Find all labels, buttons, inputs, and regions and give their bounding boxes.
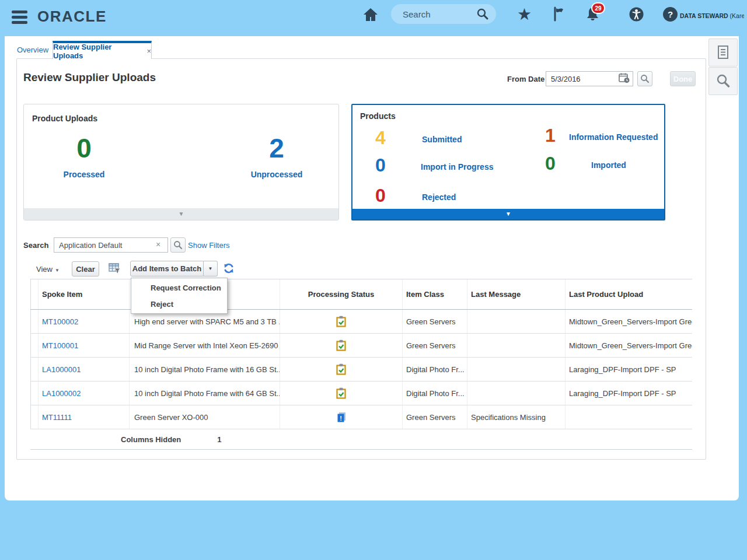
- imported-label[interactable]: Imported: [591, 160, 626, 170]
- add-items-dropdown-arrow[interactable]: ▼: [204, 261, 218, 276]
- chevron-down-icon: ▼: [505, 211, 511, 217]
- accessibility-icon[interactable]: [629, 7, 644, 22]
- table-row[interactable]: MT11111 Green Server XO-000 ! Green Serv…: [30, 405, 692, 429]
- watchlist-flag-icon[interactable]: [551, 6, 567, 22]
- last-product-upload-cell: Midtown_Green_Servers-Import Green: [566, 334, 692, 357]
- table-row[interactable]: MT100002 High end server with SPARC M5 a…: [30, 310, 692, 334]
- product-uploads-expander[interactable]: ▼: [24, 208, 338, 220]
- submitted-label[interactable]: Submitted: [422, 135, 462, 144]
- clear-button[interactable]: Clear: [72, 261, 99, 276]
- item-description: Mid Range Server with Intel Xeon E5-2690…: [130, 334, 280, 357]
- spoke-item-link[interactable]: MT11111: [42, 413, 72, 422]
- col-last-message[interactable]: Last Message: [467, 279, 566, 309]
- tab-overview[interactable]: Overview: [13, 41, 53, 58]
- from-date-label: From Date: [507, 75, 544, 83]
- notifications-count-badge: 29: [591, 2, 605, 14]
- date-search-button[interactable]: [637, 71, 652, 86]
- item-class-cell: Green Servers: [403, 334, 467, 357]
- add-items-to-batch-button[interactable]: Add Items to Batch: [130, 261, 204, 276]
- chevron-down-icon: ▼: [55, 268, 60, 273]
- rejected-count: 0: [368, 185, 393, 206]
- last-message-cell: [467, 382, 566, 405]
- user-menu[interactable]: DATA STEWARD (Karen C...: [680, 12, 744, 19]
- view-menu-button[interactable]: View▼: [36, 265, 60, 274]
- last-message-cell: Specifications Missing: [467, 405, 566, 429]
- products-expander[interactable]: ▼: [352, 209, 664, 219]
- query-by-example-icon[interactable]: [109, 263, 121, 274]
- item-class-cell: Green Servers: [403, 405, 467, 429]
- search-label: Search: [23, 241, 48, 250]
- last-product-upload-cell: [566, 405, 692, 429]
- col-item-class[interactable]: Item Class: [403, 279, 467, 309]
- menu-item-reject[interactable]: Reject: [131, 295, 227, 311]
- spoke-item-link[interactable]: LA1000001: [42, 365, 81, 374]
- menu-item-request-correction[interactable]: Request Correction: [131, 278, 227, 295]
- hamburger-menu-icon[interactable]: [12, 10, 27, 24]
- chevron-down-icon: ▼: [179, 211, 184, 217]
- status-processed-icon: [280, 358, 403, 381]
- product-uploads-title: Product Uploads: [32, 114, 97, 123]
- submitted-count: 4: [368, 127, 393, 149]
- item-description: Green Server XO-000: [130, 405, 280, 429]
- calendar-icon[interactable]: [619, 73, 631, 85]
- item-class-cell: Digital Photo Fr...: [403, 358, 467, 381]
- import-in-progress-label[interactable]: Import in Progress: [421, 162, 493, 172]
- results-table: Spoke Item Processing Status Item Class …: [30, 279, 692, 449]
- col-spoke-item[interactable]: Spoke Item: [39, 279, 130, 309]
- clear-search-icon[interactable]: ×: [156, 240, 160, 249]
- tab-active-label: Review Supplier Uploads: [53, 43, 142, 60]
- item-description: 10 inch Digital Photo Frame with 16 GB S…: [130, 358, 280, 381]
- columns-hidden-label: Columns Hidden: [121, 435, 181, 444]
- imported-count: 0: [537, 153, 563, 174]
- tab-close-icon[interactable]: ×: [146, 47, 151, 55]
- show-filters-link[interactable]: Show Filters: [188, 241, 230, 250]
- spoke-item-link[interactable]: MT100002: [42, 317, 78, 326]
- col-last-product-upload[interactable]: Last Product Upload: [566, 279, 692, 309]
- home-icon[interactable]: [363, 8, 378, 22]
- search-button[interactable]: [170, 237, 186, 253]
- columns-hidden-value: 1: [217, 435, 221, 444]
- page-notes-icon[interactable]: [708, 38, 738, 66]
- add-items-dropdown-menu: Request Correction Reject: [131, 278, 228, 314]
- global-search-placeholder: Search: [403, 9, 476, 19]
- svg-text:!: !: [340, 414, 342, 421]
- last-message-cell: [467, 358, 566, 381]
- rejected-label[interactable]: Rejected: [422, 192, 456, 202]
- information-requested-label[interactable]: Information Requested: [569, 132, 658, 142]
- page-title: Review Supplier Uploads: [23, 71, 156, 84]
- product-uploads-card: Product Uploads 0 Processed 2 Unprocesse…: [23, 104, 339, 220]
- done-button[interactable]: Done: [670, 71, 696, 86]
- import-in-progress-count: 0: [368, 155, 393, 176]
- top-bar: ORACLE Search ★ 29 ? DATA STEWARD (Karen…: [0, 0, 747, 36]
- user-role: DATA STEWARD: [680, 12, 728, 19]
- information-requested-count: 1: [537, 125, 563, 146]
- table-row[interactable]: LA1000001 10 inch Digital Photo Frame wi…: [30, 358, 692, 382]
- table-row[interactable]: MT100001 Mid Range Server with Intel Xeo…: [30, 334, 692, 358]
- products-title: Products: [360, 111, 396, 121]
- last-message-cell: [467, 310, 566, 333]
- col-processing-status[interactable]: Processing Status: [280, 279, 403, 309]
- side-search-icon[interactable]: [708, 67, 738, 95]
- tab-review-supplier-uploads[interactable]: Review Supplier Uploads ×: [53, 41, 152, 59]
- status-processed-icon: [280, 310, 403, 333]
- table-header-row: Spoke Item Processing Status Item Class …: [30, 279, 692, 310]
- item-class-cell: Green Servers: [403, 310, 467, 333]
- help-icon[interactable]: ?: [663, 7, 678, 22]
- spoke-item-link[interactable]: LA1000002: [42, 389, 81, 398]
- global-search[interactable]: Search: [391, 4, 496, 24]
- processed-label[interactable]: Processed: [46, 170, 122, 179]
- last-product-upload-cell: Midtown_Green_Servers-Import Green: [566, 310, 692, 333]
- global-search-icon[interactable]: [476, 8, 489, 20]
- products-card: Products 4 Submitted 1 Information Reque…: [351, 104, 665, 220]
- table-footer: Columns Hidden 1: [30, 429, 692, 449]
- unprocessed-label[interactable]: Unprocessed: [236, 170, 317, 179]
- unprocessed-count: 2: [250, 132, 303, 164]
- last-product-upload-cell: Laraging_DPF-Import DPF - SP: [566, 358, 692, 381]
- search-input[interactable]: [54, 237, 168, 253]
- table-row[interactable]: LA1000002 10 inch Digital Photo Frame wi…: [30, 382, 692, 405]
- refresh-icon[interactable]: [223, 262, 235, 274]
- processed-count: 0: [58, 132, 110, 164]
- last-message-cell: [467, 334, 566, 357]
- favorites-star-icon[interactable]: ★: [517, 5, 532, 24]
- spoke-item-link[interactable]: MT100001: [42, 341, 78, 350]
